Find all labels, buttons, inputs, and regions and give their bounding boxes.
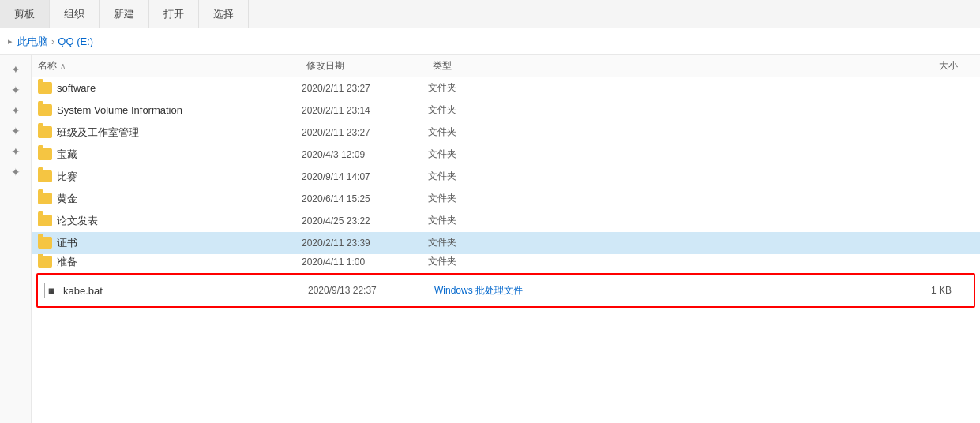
file-date-bat: 2020/9/13 22:37 [308, 285, 434, 296]
toolbar-group-new[interactable]: 新建 [100, 0, 149, 28]
toolbar-label-open: 打开 [163, 7, 184, 21]
file-row[interactable]: 论文发表 2020/4/25 23:22 文件夹 [32, 210, 980, 232]
file-row[interactable]: 比赛 2020/9/14 14:07 文件夹 [32, 166, 980, 188]
toolbar-label-clipboard: 剪板 [14, 7, 35, 21]
sidebar-pin-2[interactable]: ✦ [8, 82, 24, 98]
folder-icon [38, 170, 52, 182]
column-header: 名称 ∧ 修改日期 类型 大小 [32, 55, 980, 77]
folder-icon [38, 237, 52, 249]
file-date: 2020/4/25 23:22 [302, 215, 428, 226]
highlight-wrapper: ▦ kabe.bat 2020/9/13 22:37 Windows 批处理文件… [36, 273, 975, 308]
file-name: 班级及工作室管理 [57, 125, 302, 140]
sidebar-pin-1[interactable]: ✦ [8, 62, 24, 77]
bat-file-icon: ▦ [44, 283, 58, 298]
folder-icon [38, 215, 52, 226]
file-row[interactable]: 宝藏 2020/4/3 12:09 文件夹 [32, 144, 980, 166]
toolbar-group-select[interactable]: 选择 [199, 0, 249, 28]
sidebar-pin-3[interactable]: ✦ [8, 103, 24, 118]
col-header-type[interactable]: 类型 [433, 59, 733, 73]
file-type: 文件夹 [428, 81, 728, 95]
col-header-size[interactable]: 大小 [733, 59, 974, 73]
sort-arrow-icon: ∧ [60, 62, 66, 70]
breadcrumb-drive[interactable]: QQ (E:) [58, 36, 93, 47]
file-list: 名称 ∧ 修改日期 类型 大小 software 2020/2/11 23:27… [32, 55, 980, 423]
file-date: 2020/6/14 15:25 [302, 193, 428, 204]
folder-icon [38, 148, 52, 160]
col-header-date[interactable]: 修改日期 [306, 59, 433, 73]
file-name: 黄金 [57, 192, 302, 206]
file-name: software [57, 82, 302, 94]
file-name-bat: kabe.bat [63, 285, 308, 297]
file-name: 证书 [57, 236, 302, 250]
main-area: ✦ ✦ ✦ ✦ ✦ ✦ 名称 ∧ 修改日期 类型 大小 softwa [0, 55, 980, 423]
file-type: 文件夹 [428, 148, 728, 161]
file-row-bat[interactable]: ▦ kabe.bat 2020/9/13 22:37 Windows 批处理文件… [38, 275, 974, 306]
file-type: 文件夹 [428, 125, 728, 139]
file-name: 宝藏 [57, 148, 302, 162]
file-type: 文件夹 [428, 255, 728, 268]
breadcrumb: ▸ 此电脑 › QQ (E:) [0, 28, 980, 55]
toolbar-label-new: 新建 [114, 7, 134, 21]
file-type: 文件夹 [428, 170, 728, 183]
folder-icon [38, 256, 52, 268]
folder-icon [38, 193, 52, 204]
breadcrumb-pc[interactable]: 此电脑 [17, 35, 48, 49]
file-type: 文件夹 [428, 236, 728, 249]
breadcrumb-sep1: › [51, 36, 54, 47]
file-name: 准备 [57, 255, 302, 269]
file-date: 2020/2/11 23:27 [302, 83, 428, 94]
sidebar-pin-4[interactable]: ✦ [8, 123, 24, 139]
file-type: 文件夹 [428, 103, 728, 117]
file-type: 文件夹 [428, 192, 728, 205]
file-name: 比赛 [57, 170, 302, 184]
file-size-bat: 1 KB [734, 285, 967, 296]
file-type-bat: Windows 批处理文件 [434, 284, 734, 298]
toolbar-group-open[interactable]: 打开 [149, 0, 199, 28]
toolbar-group-organize[interactable]: 组织 [50, 0, 100, 28]
file-row[interactable]: 班级及工作室管理 2020/2/11 23:27 文件夹 [32, 122, 980, 144]
file-row[interactable]: software 2020/2/11 23:27 文件夹 [32, 77, 980, 99]
folder-icon [38, 126, 52, 138]
file-type: 文件夹 [428, 214, 728, 227]
file-date: 2020/2/11 23:14 [302, 105, 428, 116]
sidebar-pin-5[interactable]: ✦ [8, 144, 24, 159]
col-header-name[interactable]: 名称 ∧ [38, 59, 306, 73]
folder-icon [38, 104, 52, 116]
file-date: 2020/4/11 1:00 [302, 256, 428, 268]
file-date: 2020/2/11 23:27 [302, 127, 428, 138]
file-name: 论文发表 [57, 214, 302, 228]
file-name: System Volume Information [57, 104, 302, 116]
toolbar-group-clipboard[interactable]: 剪板 [0, 0, 50, 28]
file-row-partial[interactable]: 准备 2020/4/11 1:00 文件夹 [32, 254, 980, 270]
breadcrumb-arrow: ▸ [8, 36, 13, 47]
file-date: 2020/2/11 23:39 [302, 238, 428, 249]
sidebar: ✦ ✦ ✦ ✦ ✦ ✦ [0, 55, 32, 423]
sidebar-pin-6[interactable]: ✦ [8, 164, 24, 180]
toolbar: 剪板 组织 新建 打开 选择 [0, 0, 980, 28]
toolbar-label-select: 选择 [213, 7, 234, 21]
file-date: 2020/4/3 12:09 [302, 149, 428, 160]
file-row[interactable]: 证书 2020/2/11 23:39 文件夹 [32, 232, 980, 254]
folder-icon [38, 82, 52, 94]
toolbar-label-organize: 组织 [64, 7, 84, 21]
file-row[interactable]: System Volume Information 2020/2/11 23:1… [32, 99, 980, 122]
file-date: 2020/9/14 14:07 [302, 171, 428, 182]
file-row[interactable]: 黄金 2020/6/14 15:25 文件夹 [32, 188, 980, 210]
